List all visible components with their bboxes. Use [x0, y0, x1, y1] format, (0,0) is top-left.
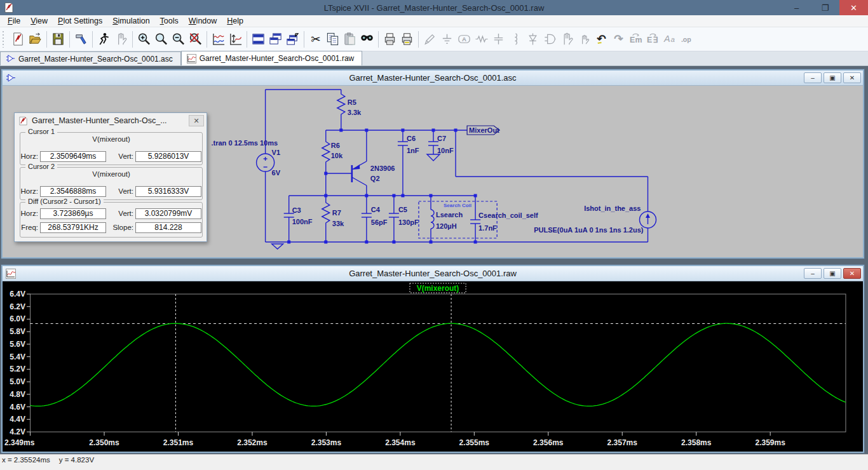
- menu-file[interactable]: File: [3, 15, 25, 27]
- schematic-window-titlebar[interactable]: Garret_Master-Hunter_Search-Osc_0001.asc…: [3, 70, 863, 86]
- halt-icon: [114, 32, 128, 46]
- drag-icon: [577, 32, 592, 46]
- component-button: [541, 30, 559, 48]
- copy-button[interactable]: [324, 30, 341, 48]
- redo-icon: ↷: [611, 32, 626, 46]
- ltspice-logo-icon: [18, 116, 28, 126]
- svg-text:R6: R6: [331, 142, 340, 149]
- cursor-dialog-titlebar[interactable]: Garret_Master-Hunter_Search-Osc_... ✕: [15, 113, 207, 128]
- toolbar-separator: [207, 31, 207, 48]
- menu-tools[interactable]: Tools: [155, 15, 184, 27]
- wire-icon: [423, 32, 437, 46]
- ground-button: [438, 30, 456, 48]
- tab-schematic[interactable]: Garret_Master-Hunter_Search-Osc_0001.asc: [0, 51, 181, 65]
- cut-button[interactable]: ✂: [307, 30, 324, 48]
- close-button[interactable]: ✕: [839, 0, 868, 15]
- zoom-in-icon: [137, 32, 151, 46]
- move-icon: [560, 32, 574, 46]
- status-x-readout: x = 2.35524ms: [2, 456, 50, 464]
- svg-text:A: A: [462, 36, 466, 43]
- window-tile-button[interactable]: [250, 30, 267, 48]
- schematic-restore-button[interactable]: ▣: [824, 72, 841, 83]
- waveform-minimize-button[interactable]: –: [804, 268, 822, 279]
- svg-text:V1: V1: [272, 149, 280, 156]
- toolbar-drag-handle[interactable]: [2, 31, 6, 48]
- diff-slope-value[interactable]: 814.228: [135, 222, 201, 233]
- cursor2-vert-value[interactable]: 5.9316333V: [135, 186, 201, 197]
- run-button[interactable]: [95, 30, 112, 48]
- diff-freq-value[interactable]: 268.53791KHz: [40, 222, 106, 233]
- zoom-out-button[interactable]: [170, 30, 187, 48]
- schematic-close-button[interactable]: ✕: [843, 72, 861, 83]
- waveform-window-titlebar[interactable]: Garret_Master-Hunter_Search-Osc_0001.raw…: [3, 266, 863, 281]
- restore-button[interactable]: ❐: [811, 0, 839, 15]
- rotate-icon: E∃: [646, 32, 660, 46]
- svg-text:1.7nF: 1.7nF: [478, 224, 497, 232]
- svg-text:100nF: 100nF: [292, 218, 313, 225]
- cursor1-horz-value[interactable]: 2.3509649ms: [40, 151, 106, 162]
- menu-view[interactable]: View: [25, 15, 53, 27]
- trace-legend[interactable]: V(mixerout): [417, 284, 459, 293]
- waveform-window: Garret_Master-Hunter_Search-Osc_0001.raw…: [1, 265, 864, 453]
- inductor-icon: [508, 32, 523, 46]
- svg-text:C3: C3: [292, 206, 301, 214]
- window-restore-icon: [285, 32, 300, 46]
- svg-text:56pF: 56pF: [371, 218, 388, 226]
- x-tick-label: 2.357ms: [607, 438, 638, 447]
- x-tick-label: 2.351ms: [163, 438, 194, 447]
- window-cascade-button[interactable]: [267, 30, 284, 48]
- halt-button: [112, 30, 130, 48]
- cursor2-horz-value[interactable]: 2.3546888ms: [40, 186, 106, 197]
- print-button[interactable]: [381, 30, 398, 48]
- schematic-tab-icon: [6, 54, 15, 64]
- zoom-out-icon: [171, 32, 186, 46]
- new-schematic-icon: [11, 32, 25, 46]
- diff-vert-value[interactable]: 3.0320799mV: [135, 208, 201, 219]
- copy-icon: [325, 32, 340, 46]
- save-button[interactable]: [50, 30, 67, 48]
- y-tick-label: 4.6V: [10, 403, 25, 412]
- zoom-back-button[interactable]: [153, 30, 170, 48]
- find-button[interactable]: [358, 30, 376, 48]
- svg-text:Lsearch: Lsearch: [436, 211, 463, 218]
- waveform-plot-canvas[interactable]: 6.4V6.2V6.0V5.8V5.6V5.4V5.2V5.0V4.8V4.6V…: [3, 281, 863, 452]
- plot-settings-button[interactable]: [227, 30, 244, 48]
- control-panel-button[interactable]: [72, 30, 90, 48]
- menu-simulation[interactable]: Simulation: [107, 15, 154, 27]
- component-icon: [543, 32, 557, 46]
- svg-text:C5: C5: [398, 206, 407, 213]
- diode-button: [524, 30, 541, 48]
- menu-help[interactable]: Help: [222, 15, 248, 27]
- menu-plot-settings[interactable]: Plot Settings: [53, 15, 107, 27]
- new-schematic-button[interactable]: [10, 30, 27, 48]
- window-restore-button[interactable]: [284, 30, 301, 48]
- zoom-fit-button[interactable]: [187, 30, 204, 48]
- capacitor-button: [490, 30, 507, 48]
- svg-text:.tran 0 12.5ms 10ms: .tran 0 12.5ms 10ms: [211, 139, 278, 147]
- zoom-in-button[interactable]: [135, 30, 153, 48]
- autorange-y-button[interactable]: [210, 30, 227, 48]
- minimize-button[interactable]: –: [782, 0, 811, 15]
- circuit[interactable]: .tran 0 12.5ms 10msV16VR53.3kR610k2N3906…: [211, 90, 656, 249]
- print-preview-button[interactable]: [398, 30, 416, 48]
- y-tick-label: 5.8V: [10, 327, 25, 336]
- diff-horz-value[interactable]: 3.723869µs: [40, 208, 106, 219]
- diff-horz-label: Horz:: [17, 210, 38, 217]
- cursor-dialog-close-icon[interactable]: ✕: [189, 115, 204, 126]
- schematic-minimize-button[interactable]: –: [804, 72, 822, 83]
- undo-button[interactable]: ↶: [593, 30, 610, 48]
- app-title-bar[interactable]: LTspice XVII - Garret_Master-Hunter_Sear…: [0, 0, 868, 15]
- waveform-close-button[interactable]: ✕: [843, 268, 861, 279]
- svg-text:3.3k: 3.3k: [348, 109, 362, 116]
- waveform-restore-button[interactable]: ▣: [824, 268, 841, 279]
- diff-group: Diff (Cursor2 - Cursor1) Horz: 3.723869µ…: [20, 202, 203, 238]
- cursor1-vert-value[interactable]: 5.9286013V: [135, 151, 201, 162]
- open-button[interactable]: [27, 30, 44, 48]
- tab-waveform[interactable]: Garret_Master-Hunter_Search-Osc_0001.raw: [181, 51, 362, 65]
- menu-bar: FileViewPlot SettingsSimulationToolsWind…: [0, 15, 868, 27]
- cursor2-vert-label: Vert:: [112, 187, 133, 195]
- cursor1-vert-label: Vert:: [112, 152, 133, 160]
- text-icon: Aa: [663, 32, 677, 46]
- y-tick-label: 4.8V: [10, 390, 25, 399]
- menu-window[interactable]: Window: [184, 15, 222, 27]
